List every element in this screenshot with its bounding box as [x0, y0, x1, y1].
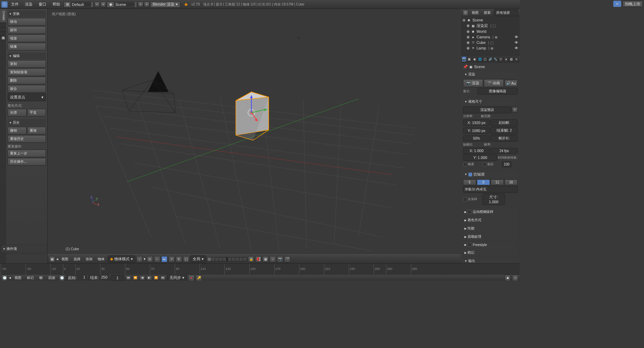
frame-end-field[interactable]: 结束帧: 2: [491, 127, 518, 134]
aa-sample-16[interactable]: 16: [504, 179, 518, 185]
tab-object-icon[interactable]: ▢: [483, 56, 488, 62]
res-y-field[interactable]: Y: 1080 px: [463, 128, 490, 134]
snap-toggle[interactable]: 🧲: [255, 256, 261, 262]
tl-frame[interactable]: 帧: [37, 275, 45, 281]
tab-data-icon[interactable]: ▽: [498, 56, 503, 62]
render-button[interactable]: 📷渲染: [463, 79, 483, 87]
panel-history-hdr[interactable]: 历史: [8, 119, 46, 126]
output-panel-hdr[interactable]: 输出: [462, 257, 518, 263]
panel-hdr-着色方式[interactable]: 着色方式: [462, 217, 518, 224]
scene-add[interactable]: +: [138, 2, 143, 7]
tree-item-camera[interactable]: ⊕▲Camera| ◉👁: [462, 34, 519, 40]
snap-type-icon[interactable]: ▦: [262, 256, 269, 262]
copy-button[interactable]: 复制: [8, 60, 46, 68]
jump-start-icon[interactable]: ⏮: [126, 275, 131, 280]
panel-hdr-性能[interactable]: 性能: [462, 225, 518, 232]
scene-selector[interactable]: ◉ Scene: [107, 1, 137, 8]
display-dropdown[interactable]: 图像编辑器: [478, 88, 518, 95]
menu-file[interactable]: 文件: [8, 1, 21, 8]
res-x-field[interactable]: X: 1920 px: [463, 120, 490, 126]
render-preview-icon[interactable]: 📷: [277, 256, 283, 262]
panel-hdr-Freestyle[interactable]: Freestyle: [462, 242, 518, 248]
start-frame-field[interactable]: 起始:1: [66, 274, 87, 281]
aa-sample-5[interactable]: 5: [463, 179, 476, 185]
clapper-icon[interactable]: 🎬: [284, 256, 290, 262]
animation-button[interactable]: 🎬动画: [484, 79, 504, 87]
tab-relations[interactable]: 关系: [0, 27, 6, 32]
tree-item-渲染层[interactable]: ⊕▦渲染层| ▢: [462, 23, 519, 29]
menu-window[interactable]: 窗口: [36, 1, 49, 8]
mirror-button[interactable]: 镜像: [8, 43, 46, 50]
panel-transform-hdr[interactable]: 变换: [8, 10, 46, 17]
outliner-editor-icon[interactable]: ☰: [462, 10, 469, 16]
tab-material-icon[interactable]: ●: [504, 56, 509, 62]
repeat-last-button[interactable]: 重复上一步: [8, 150, 46, 157]
engine-selector[interactable]: Blender 渲染 ▾: [150, 1, 180, 8]
menu-render[interactable]: 渲染: [22, 1, 35, 8]
prev-keyframe-icon[interactable]: ⏪: [133, 275, 138, 280]
crop-check[interactable]: [482, 162, 487, 167]
panel-edit-hdr[interactable]: 编辑: [8, 53, 46, 59]
scale-button[interactable]: 缩放: [8, 35, 46, 42]
tab-command[interactable]: 指挥: [0, 32, 6, 36]
vp-menu-add[interactable]: 添加: [84, 256, 95, 262]
tab-texture-icon[interactable]: ▨: [509, 56, 514, 62]
audio-button[interactable]: 🔊Au: [504, 80, 518, 87]
layers-widget[interactable]: [207, 257, 247, 261]
aa-sample-8[interactable]: 8: [477, 179, 490, 185]
tree-item-scene[interactable]: ⊖◉Scene: [462, 17, 519, 23]
frame-step-field[interactable]: 帧步长:: [491, 135, 518, 142]
copylink-button[interactable]: 复制链接项: [8, 68, 46, 76]
history-menu-button[interactable]: 历史操作...: [8, 158, 46, 166]
tree-item-lamp[interactable]: ⊕☀Lamp| ◉👁: [462, 45, 519, 51]
tl-playback[interactable]: 回放: [46, 275, 57, 281]
current-frame-field[interactable]: 1: [110, 275, 124, 281]
render-panel-hdr[interactable]: 渲染: [462, 71, 518, 78]
aspect-y-field[interactable]: Y: 1.000: [463, 154, 497, 161]
panel-hdr-运动模糊采样[interactable]: 运动模糊采样: [462, 208, 518, 215]
outliner-filter[interactable]: 所有场景: [494, 9, 518, 16]
aa-size-field[interactable]: 尺寸: 1.000: [482, 194, 505, 205]
move-button[interactable]: 移动: [8, 18, 46, 26]
aa-panel-hdr[interactable]: 抗锯齿: [462, 171, 518, 178]
scene-del[interactable]: ×: [144, 2, 150, 7]
fps-field[interactable]: 24 fps: [491, 148, 518, 154]
full-sample-check[interactable]: [463, 197, 467, 201]
end-frame-field[interactable]: 结束:250: [88, 274, 109, 281]
tab-create[interactable]: Create: [0, 9, 6, 23]
app-icon[interactable]: ⓘ: [1, 1, 8, 8]
aa-check[interactable]: [468, 172, 472, 177]
proportional-icon[interactable]: ○: [270, 256, 276, 262]
tree-item-world[interactable]: ⊕◉World: [462, 29, 519, 34]
aspect-x-field[interactable]: X: 1.000: [463, 148, 490, 154]
panel-hdr-后期处理[interactable]: 后期处理: [462, 233, 518, 240]
next-keyframe-icon[interactable]: ⏩: [153, 275, 159, 280]
layout-del[interactable]: ×: [100, 2, 106, 7]
vp-menu-object[interactable]: 物体: [96, 256, 107, 262]
smooth-button[interactable]: 光滑: [8, 109, 27, 116]
pivot-align-icon[interactable]: ↔: [154, 256, 160, 262]
keying-set-icon[interactable]: 🔑: [196, 275, 202, 281]
remap-old-field[interactable]: 100: [502, 161, 511, 167]
manipulator-toggle[interactable]: ⬌: [161, 256, 167, 262]
menu-help[interactable]: 帮助: [50, 1, 63, 8]
tab-layers-icon[interactable]: ▦: [467, 56, 472, 62]
sync-dropdown[interactable]: 无同步▾: [167, 274, 187, 281]
scale-manip-icon[interactable]: ▢: [183, 256, 189, 262]
visibility-icon[interactable]: 👁: [515, 35, 518, 39]
aa-sample-11[interactable]: 11: [491, 179, 504, 185]
set-origin-dropdown[interactable]: 设置原点▾: [8, 93, 46, 101]
jump-end-icon[interactable]: ⏭: [160, 275, 166, 280]
panel-hdr-戳记[interactable]: 戳记: [462, 249, 518, 256]
autokey-icon[interactable]: ●: [188, 275, 194, 281]
tab-constraint-icon[interactable]: 🔗: [488, 56, 493, 62]
translate-manip-icon[interactable]: ↗: [169, 256, 175, 262]
tree-item-cube[interactable]: ⊕▽Cube| ▢👁: [462, 40, 519, 45]
preset-add-icon[interactable]: +: [512, 107, 518, 113]
preview-range-icon[interactable]: 🕐: [59, 275, 65, 281]
3d-viewport[interactable]: 用户视图 (透视): [48, 9, 461, 263]
rotate-manip-icon[interactable]: ↻: [176, 256, 182, 262]
render-preset-dropdown[interactable]: 渲染预设: [463, 106, 511, 113]
frame-start-field[interactable]: 起始帧:: [491, 119, 518, 126]
timeline[interactable]: -50-30-100103050709011013015017019021023…: [0, 263, 520, 274]
